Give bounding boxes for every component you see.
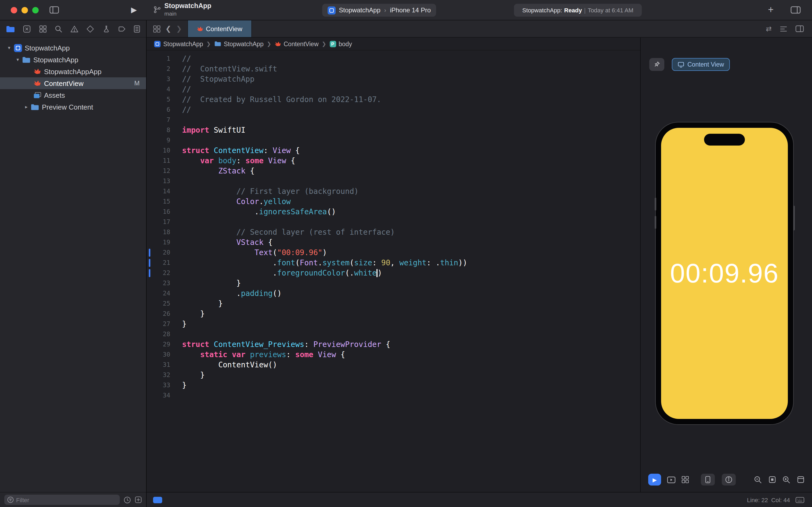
code-line[interactable]: 23 } (147, 278, 640, 288)
tab-label: ContentView (206, 25, 242, 33)
tree-row-assets[interactable]: Assets (0, 89, 146, 101)
close-window-button[interactable] (11, 7, 17, 13)
tree-row-file-selected[interactable]: ContentView M (0, 77, 146, 89)
breadcrumb-item-symbol[interactable]: P body (330, 41, 352, 47)
code-line[interactable]: 30 static var previews: some View { (147, 350, 640, 360)
code-line[interactable]: 18 // Second layer (rest of interface) (147, 227, 640, 237)
code-editor[interactable]: 1//2// ContentView.swift3// StopwatchApp… (147, 51, 640, 492)
keyboard-panel-icon[interactable] (795, 497, 805, 503)
symbol-navigator-icon[interactable] (39, 25, 47, 33)
code-line[interactable]: 19 VStack { (147, 237, 640, 247)
debug-navigator-icon[interactable] (102, 25, 110, 33)
code-line[interactable]: 2// ContentView.swift (147, 64, 640, 74)
add-tab-button[interactable]: + (768, 4, 773, 15)
source-control-filter-icon[interactable] (135, 496, 142, 503)
code-line[interactable]: 29struct ContentView_Previews: PreviewPr… (147, 339, 640, 350)
code-line[interactable]: 21 .font(Font.system(size: 90, weight: .… (147, 258, 640, 268)
source-control-navigator-icon[interactable] (23, 25, 31, 33)
code-line[interactable]: 33} (147, 380, 640, 390)
tree-row-file[interactable]: StopwatchAppApp (0, 65, 146, 77)
tab-contentview[interactable]: ContentView (187, 20, 252, 37)
code-line[interactable]: 6// (147, 105, 640, 115)
toggle-navigator-button[interactable] (49, 6, 59, 14)
run-button[interactable]: ▶ (131, 5, 137, 14)
code-line[interactable]: 26 } (147, 309, 640, 319)
code-line[interactable]: 5// Created by Russell Gordon on 2022-11… (147, 95, 640, 105)
folder-icon (21, 56, 31, 63)
variants-button[interactable] (682, 476, 689, 484)
code-line[interactable]: 11 var body: some View { (147, 156, 640, 166)
swift-file-icon (197, 25, 203, 32)
code-line[interactable]: 20 Text("00:09.96") (147, 247, 640, 258)
find-navigator-icon[interactable] (55, 25, 62, 33)
test-navigator-icon[interactable] (87, 25, 94, 33)
go-back-button[interactable]: ❮ (165, 25, 171, 33)
project-navigator-icon[interactable] (6, 25, 15, 33)
code-line[interactable]: 17 (147, 217, 640, 227)
code-line[interactable]: 7 (147, 115, 640, 125)
filter-field[interactable] (4, 495, 120, 505)
app-icon (328, 6, 336, 14)
recent-files-filter-icon[interactable] (123, 496, 131, 504)
preview-canvas: Content View 00:09.96 ▶ (641, 38, 812, 492)
activity-view[interactable]: StopwatchApp: Ready | Today at 6:41 AM (514, 4, 642, 17)
report-navigator-icon[interactable] (134, 25, 140, 33)
xcode-window: ▶ StopwatchApp main StopwatchApp › iPhon… (0, 0, 812, 507)
tree-row-group[interactable]: ▾ StopwatchApp (0, 54, 146, 65)
code-line[interactable]: 8import SwiftUI (147, 125, 640, 135)
disclosure-down-icon[interactable]: ▾ (5, 45, 13, 51)
breadcrumb-item-file[interactable]: ContentView (275, 41, 318, 47)
tree-row-preview-content[interactable]: ▸ Preview Content (0, 101, 146, 113)
zoom-out-icon[interactable] (754, 475, 762, 484)
window-content: ▾ StopwatchApp ▾ StopwatchApp (0, 20, 812, 507)
minimap-menu-icon[interactable] (780, 25, 787, 32)
code-line[interactable]: 27} (147, 319, 640, 329)
minimize-window-button[interactable] (21, 7, 28, 13)
related-items-icon[interactable] (153, 25, 161, 33)
code-line[interactable]: 1// (147, 54, 640, 64)
live-preview-button[interactable]: ▶ (648, 474, 661, 486)
scheme-app-name: StopwatchApp (339, 6, 381, 14)
device-settings-button[interactable] (701, 474, 715, 486)
breadcrumb-item-group[interactable]: StopwatchApp (214, 41, 264, 47)
code-line[interactable]: 28 (147, 329, 640, 339)
code-line[interactable]: 12 ZStack { (147, 166, 640, 176)
code-line[interactable]: 3// StopwatchApp (147, 74, 640, 84)
code-line[interactable]: 24 .padding() (147, 288, 640, 299)
status-separator: | (584, 7, 586, 13)
code-line[interactable]: 22 .foregroundColor(.white) (147, 268, 640, 278)
code-line[interactable]: 15 Color.yellow (147, 196, 640, 207)
code-review-icon[interactable]: ⇄ (766, 25, 772, 33)
breakpoint-navigator-icon[interactable] (118, 25, 126, 33)
zoom-actual-size-icon[interactable] (797, 476, 805, 484)
code-line[interactable]: 25 } (147, 299, 640, 309)
preview-provider-button[interactable]: Content View (672, 58, 730, 71)
filter-input[interactable] (16, 497, 117, 503)
scheme-selector[interactable]: StopwatchApp › iPhone 14 Pro (322, 4, 436, 17)
code-line[interactable]: 4// (147, 84, 640, 95)
code-line[interactable]: 13 (147, 176, 640, 186)
code-line[interactable]: 31 ContentView() (147, 360, 640, 370)
fullscreen-window-button[interactable] (32, 7, 39, 13)
code-line[interactable]: 14 // First layer (background) (147, 186, 640, 196)
add-editor-icon[interactable] (795, 25, 804, 32)
zoom-in-icon[interactable] (782, 475, 791, 484)
code-line[interactable]: 10struct ContentView: View { (147, 146, 640, 156)
code-line[interactable]: 32 } (147, 370, 640, 380)
disclosure-right-icon[interactable]: ▸ (22, 104, 30, 110)
preview-on-device-button[interactable] (667, 476, 676, 483)
breakpoints-toggle-icon[interactable] (153, 497, 162, 503)
breadcrumb-item-project[interactable]: StopwatchApp (154, 41, 203, 47)
tree-row-project[interactable]: ▾ StopwatchApp (0, 42, 146, 54)
editor-layout-button[interactable] (791, 6, 801, 14)
pin-preview-button[interactable] (649, 58, 664, 71)
go-forward-button[interactable]: ❯ (176, 25, 182, 33)
code-line[interactable]: 34 (147, 390, 640, 401)
navigator-icon-strip (0, 20, 146, 38)
code-line[interactable]: 16 .ignoresSafeArea() (147, 207, 640, 217)
disclosure-down-icon[interactable]: ▾ (14, 57, 21, 62)
zoom-fit-icon[interactable] (768, 476, 776, 484)
code-line[interactable]: 9 (147, 135, 640, 146)
issue-navigator-icon[interactable] (70, 25, 78, 33)
preview-info-button[interactable] (722, 474, 736, 486)
